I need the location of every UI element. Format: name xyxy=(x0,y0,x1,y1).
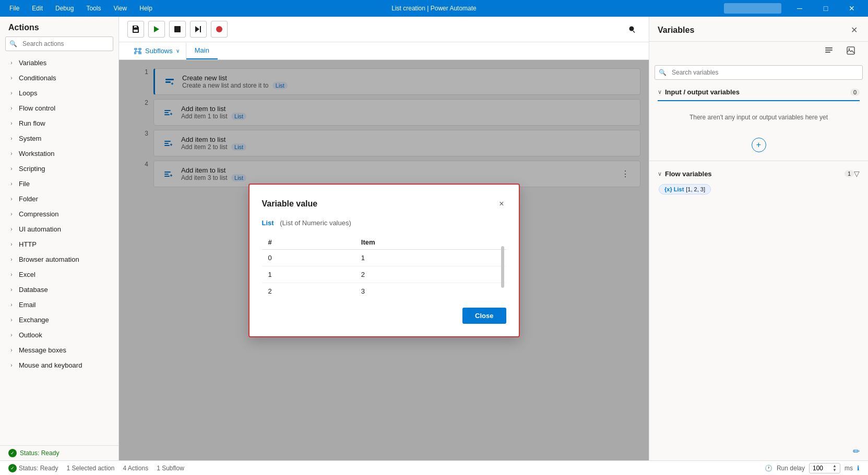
menu-file[interactable]: File xyxy=(4,3,25,14)
sidebar-item-mouse-keyboard[interactable]: › Mouse and keyboard xyxy=(0,358,118,373)
row-value: 1 xyxy=(355,249,506,266)
menu-debug[interactable]: Debug xyxy=(50,3,79,14)
subflows-button[interactable]: Subflows ∨ xyxy=(127,43,186,59)
chevron-right-icon: › xyxy=(8,120,15,127)
eraser-icon[interactable]: ✏ xyxy=(853,446,860,456)
window-controls: ─ □ ✕ xyxy=(724,0,864,17)
input-output-header[interactable]: ∨ Input / output variables 0 xyxy=(649,84,868,100)
chevron-right-icon: › xyxy=(8,287,15,293)
save-button[interactable] xyxy=(127,21,144,38)
sidebar-item-compression[interactable]: › Compression xyxy=(0,206,118,222)
sidebar-item-browser-automation[interactable]: › Browser automation xyxy=(0,252,118,267)
status-ready-icon: ✓ xyxy=(8,464,17,472)
sidebar-item-variables[interactable]: › Variables xyxy=(0,55,118,70)
sidebar-item-label: System xyxy=(19,135,41,142)
sidebar-item-label: Folder xyxy=(19,195,38,203)
title-bar: File Edit Debug Tools View Help List cre… xyxy=(0,0,868,17)
tab-main[interactable]: Main xyxy=(186,42,218,59)
sidebar-item-email[interactable]: › Email xyxy=(0,297,118,312)
sidebar-item-label: Conditionals xyxy=(19,74,56,82)
variables-close-button[interactable]: ✕ xyxy=(849,23,860,37)
actions-panel: Actions 🔍 › Variables › Conditionals › L… xyxy=(0,17,119,460)
sidebar-item-workstation[interactable]: › Workstation xyxy=(0,146,118,161)
sidebar-item-outlook[interactable]: › Outlook xyxy=(0,327,118,343)
flow-variables-header: ∨ Flow variables 1 ▽ xyxy=(658,165,860,182)
modal-header: Variable value × xyxy=(262,197,506,211)
sidebar-item-conditionals[interactable]: › Conditionals xyxy=(0,70,118,86)
chevron-right-icon: › xyxy=(8,226,15,233)
chevron-right-icon: › xyxy=(8,90,15,96)
window-title: List creation | Power Automate xyxy=(391,5,477,12)
search-icon: 🔍 xyxy=(9,40,17,47)
vars-icon-bar xyxy=(649,42,868,61)
play-button[interactable] xyxy=(148,21,165,38)
chevron-right-icon: › xyxy=(8,302,15,308)
modal-title: Variable value xyxy=(262,199,318,209)
sidebar-item-folder[interactable]: › Folder xyxy=(0,191,118,206)
menu-view[interactable]: View xyxy=(108,3,132,14)
sidebar-item-message-boxes[interactable]: › Message boxes xyxy=(0,343,118,358)
modal-footer: Close xyxy=(262,308,506,324)
add-variable-button[interactable]: + xyxy=(752,138,766,152)
sidebar-item-scripting[interactable]: › Scripting xyxy=(0,161,118,176)
clock-icon: 🕐 xyxy=(765,465,772,472)
sidebar-item-label: Mouse and keyboard xyxy=(19,361,82,369)
chevron-right-icon: › xyxy=(8,347,15,354)
close-button[interactable]: ✕ xyxy=(840,0,864,17)
run-delay-unit: ms xyxy=(845,465,853,472)
maximize-button[interactable]: □ xyxy=(814,0,838,17)
menu-edit[interactable]: Edit xyxy=(27,3,48,14)
modal-close-button[interactable]: × xyxy=(497,197,506,211)
input-output-empty-text: There aren't any input or output variabl… xyxy=(649,101,868,133)
sidebar-item-database[interactable]: › Database xyxy=(0,282,118,297)
sidebar-item-run-flow[interactable]: › Run flow xyxy=(0,116,118,131)
filter-icon[interactable]: ▽ xyxy=(854,169,860,178)
sidebar-item-exchange[interactable]: › Exchange xyxy=(0,312,118,327)
modal-subtitle: List (List of Numeric values) xyxy=(262,219,506,227)
sidebar-item-system[interactable]: › System xyxy=(0,131,118,146)
menu-tools[interactable]: Tools xyxy=(81,3,106,14)
modal-type-label: List xyxy=(262,219,274,227)
search-variables-input[interactable] xyxy=(655,65,863,80)
sidebar-item-ui-automation[interactable]: › UI automation xyxy=(0,222,118,237)
actions-list: › Variables › Conditionals › Loops › Flo… xyxy=(0,55,118,445)
svg-rect-15 xyxy=(825,52,830,53)
subflows-chevron-icon: ∨ xyxy=(176,48,180,54)
input-output-variables-section: ∨ Input / output variables 0 There aren'… xyxy=(649,84,868,161)
flow-variables-section: ∨ Flow variables 1 ▽ {x} List [1, 2, 3] xyxy=(649,161,868,201)
minimize-button[interactable]: ─ xyxy=(788,0,812,17)
vars-layers-icon[interactable] xyxy=(820,44,838,59)
svg-rect-0 xyxy=(174,26,181,32)
flow-variables-count: 1 xyxy=(845,170,854,177)
sidebar-item-excel[interactable]: › Excel xyxy=(0,267,118,282)
modal-close-action-button[interactable]: Close xyxy=(462,308,506,324)
stop-button[interactable] xyxy=(169,21,186,38)
stepper-down-button[interactable]: ▼ xyxy=(833,468,837,472)
sidebar-item-file[interactable]: › File xyxy=(0,176,118,191)
input-output-count: 0 xyxy=(850,89,860,96)
sidebar-item-flow-control[interactable]: › Flow control xyxy=(0,101,118,116)
menu-help[interactable]: Help xyxy=(134,3,158,14)
sidebar-item-http[interactable]: › HTTP xyxy=(0,237,118,252)
record-button[interactable] xyxy=(211,21,228,38)
status-bar-actions: ✓ Status: Ready xyxy=(0,445,118,460)
variable-value-modal: Variable value × List (List of Numeric v… xyxy=(248,184,520,337)
modal-scrollbar[interactable] xyxy=(501,246,504,288)
run-delay-input[interactable] xyxy=(813,465,831,472)
sidebar-item-loops[interactable]: › Loops xyxy=(0,86,118,101)
canvas-search-button[interactable] xyxy=(624,21,640,38)
row-index: 0 xyxy=(262,249,355,266)
col-header-item: Item xyxy=(355,235,506,250)
info-icon: ℹ xyxy=(857,465,860,472)
run-delay-input-group: ▲ ▼ xyxy=(809,463,840,473)
next-step-button[interactable] xyxy=(190,21,207,38)
modal-overlay: Variable value × List (List of Numeric v… xyxy=(119,60,649,460)
chevron-right-icon: › xyxy=(8,196,15,202)
flow-variable-chip[interactable]: {x} List [1, 2, 3] xyxy=(659,184,711,194)
subflows-bar: Subflows ∨ Main xyxy=(119,42,649,60)
search-actions-input[interactable] xyxy=(5,36,113,51)
vars-image-icon[interactable] xyxy=(842,44,860,59)
subflow-count: 1 Subflow xyxy=(157,465,184,472)
svg-rect-13 xyxy=(825,47,833,48)
chevron-right-icon: › xyxy=(8,181,15,187)
